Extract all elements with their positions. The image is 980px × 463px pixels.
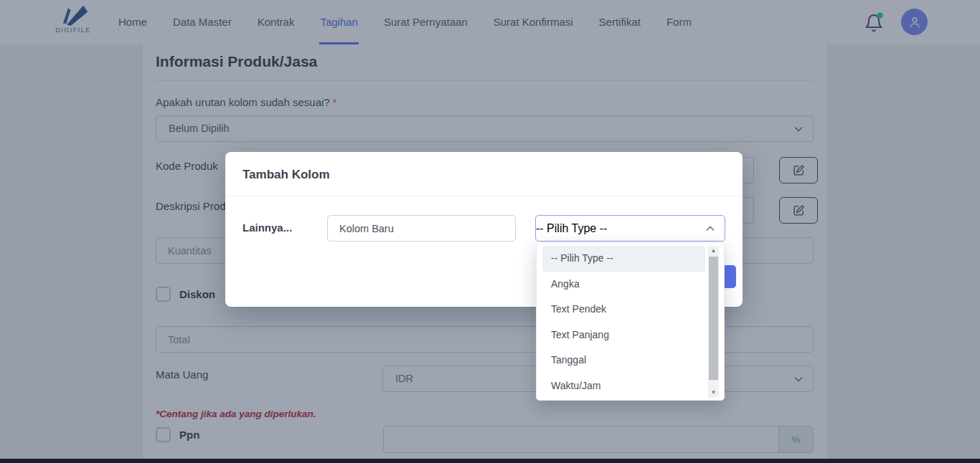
type-option[interactable]: Angka: [542, 272, 705, 297]
type-options-list: -- Pilih Type --AngkaText PendekText Pan…: [537, 246, 724, 398]
type-option[interactable]: Waktu/Jam: [542, 373, 705, 399]
chevron-up-icon: [706, 226, 715, 231]
scrollbar-up-arrow[interactable]: ▲: [708, 246, 719, 256]
scrollbar-down-arrow[interactable]: ▼: [708, 388, 719, 398]
kolom-baru-input[interactable]: [327, 215, 516, 242]
modal-header: Tambah Kolom: [225, 152, 743, 196]
type-dropdown-popup: -- Pilih Type --AngkaText PendekText Pan…: [536, 242, 725, 401]
type-option[interactable]: Text Pendek: [542, 297, 705, 323]
pilih-type-select[interactable]: -- Pilih Type --: [535, 215, 725, 242]
pilih-type-select-value: -- Pilih Type --: [536, 222, 607, 234]
scrollbar-thumb[interactable]: [709, 257, 718, 380]
type-option[interactable]: Text Panjang: [542, 323, 705, 348]
modal-title: Tambah Kolom: [242, 168, 330, 182]
lainnya-label: Lainnya...: [242, 221, 292, 234]
type-option[interactable]: Tanggal: [542, 348, 705, 373]
dropdown-scrollbar[interactable]: ▲ ▼: [708, 246, 719, 398]
type-option[interactable]: -- Pilih Type --: [542, 246, 705, 272]
